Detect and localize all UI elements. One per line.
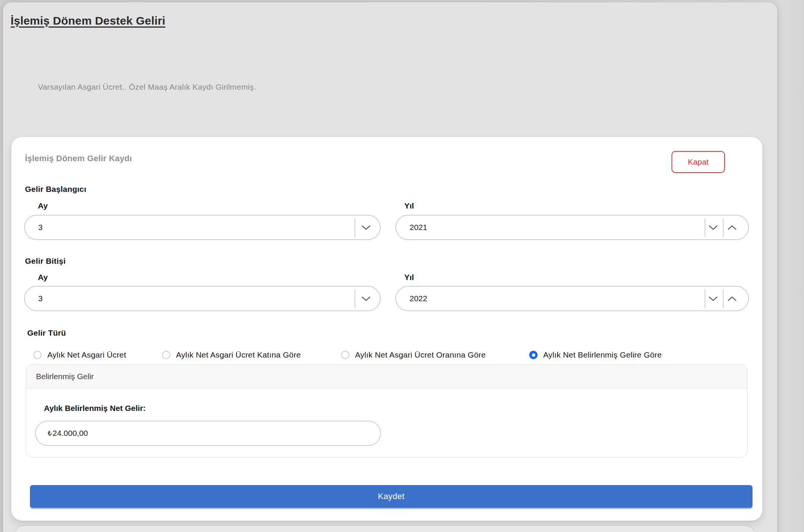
radio-option-minimum-wage-multiple[interactable]: Aylık Net Asgari Ücret Katına Göre	[162, 350, 301, 359]
monthly-net-income-value: 24.000,00	[53, 429, 88, 438]
radio-option-label: Aylık Net Asgari Ücret Oranına Göre	[355, 350, 486, 359]
divider	[705, 290, 706, 308]
radio-option-minimum-wage-ratio[interactable]: Aylık Net Asgari Ücret Oranına Göre	[341, 350, 486, 359]
radio-icon[interactable]	[33, 351, 42, 359]
start-month-label: Ay	[38, 201, 48, 210]
divider	[705, 219, 706, 237]
next-section-card-peek[interactable]	[15, 526, 754, 532]
save-button[interactable]: Kaydet	[30, 485, 753, 508]
start-year-value: 2021	[396, 223, 427, 232]
end-year-stepper[interactable]: 2022	[396, 286, 749, 311]
page-title: İşlemiş Dönem Destek Geliri	[11, 14, 165, 27]
monthly-net-income-input[interactable]: ₺ 24.000,00	[35, 421, 381, 446]
end-month-value: 3	[25, 294, 43, 303]
content-panel: İşlemiş Dönem Destek Geliri Varsayılan A…	[3, 2, 777, 532]
chevron-down-icon[interactable]	[708, 286, 718, 311]
radio-option-label: Aylık Net Asgari Ücret	[47, 350, 126, 359]
income-start-section-label: Gelir Başlangıcı	[25, 185, 86, 194]
start-month-select[interactable]: 3	[24, 215, 380, 240]
radio-option-label: Aylık Net Asgari Ücret Katına Göre	[176, 350, 301, 359]
chevron-down-icon[interactable]	[361, 286, 371, 311]
divider	[723, 290, 724, 308]
divider	[723, 219, 724, 237]
income-record-card: İşlemiş Dönem Gelir Kaydı Kapat Gelir Ba…	[11, 137, 762, 521]
determined-income-panel-title: Belirlenmiş Gelir	[26, 365, 747, 388]
radio-option-label: Aylık Net Belirlenmiş Gelire Göre	[543, 350, 662, 359]
chevron-up-icon[interactable]	[727, 286, 737, 311]
radio-option-determined-income[interactable]: Aylık Net Belirlenmiş Gelire Göre	[529, 350, 662, 359]
end-month-select[interactable]: 3	[24, 286, 380, 311]
determined-income-panel: Belirlenmiş Gelir Aylık Belirlenmiş Net …	[26, 364, 748, 457]
end-year-value: 2022	[396, 294, 427, 303]
end-year-label: Yıl	[404, 273, 414, 282]
divider	[355, 219, 355, 237]
chevron-up-icon[interactable]	[727, 215, 737, 240]
turkish-lira-icon: ₺	[48, 429, 52, 437]
radio-option-net-minimum-wage[interactable]: Aylık Net Asgari Ücret	[33, 350, 126, 359]
income-end-section-label: Gelir Bitişi	[25, 257, 65, 266]
minimum-wage-notice: Varsayılan Asgari Ücret.. Özel Maaş Aral…	[38, 82, 256, 92]
chevron-down-icon[interactable]	[708, 215, 718, 240]
radio-icon[interactable]	[341, 351, 349, 359]
start-month-value: 3	[25, 223, 43, 232]
radio-selected-icon[interactable]	[529, 351, 538, 359]
chevron-down-icon[interactable]	[361, 215, 371, 240]
start-year-label: Yıl	[404, 201, 414, 210]
end-month-label: Ay	[38, 273, 48, 282]
card-title: İşlemiş Dönem Gelir Kaydı	[25, 154, 132, 163]
close-button[interactable]: Kapat	[672, 151, 725, 173]
radio-icon[interactable]	[162, 351, 170, 359]
income-type-section-label: Gelir Türü	[27, 328, 66, 338]
monthly-net-income-label: Aylık Belirlenmiş Net Gelir:	[44, 404, 146, 413]
start-year-stepper[interactable]: 2021	[396, 215, 749, 240]
divider	[355, 290, 355, 308]
